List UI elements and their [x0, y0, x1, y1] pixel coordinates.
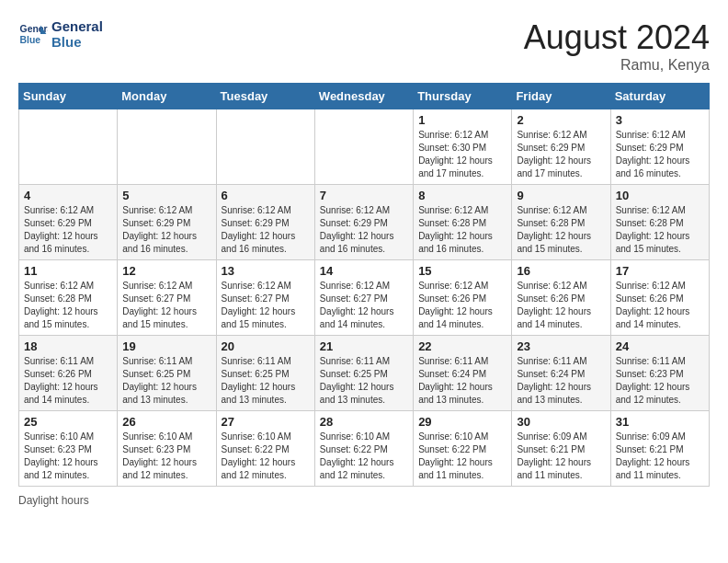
table-cell: 28Sunrise: 6:10 AM Sunset: 6:22 PM Dayli…: [314, 411, 413, 487]
table-cell: 3Sunrise: 6:12 AM Sunset: 6:29 PM Daylig…: [610, 109, 709, 185]
day-number: 22: [418, 339, 506, 353]
day-number: 23: [517, 339, 605, 353]
day-number: 31: [616, 415, 704, 429]
day-number: 28: [320, 415, 408, 429]
day-info: Sunrise: 6:12 AM Sunset: 6:26 PM Dayligh…: [418, 280, 506, 331]
table-cell: 1Sunrise: 6:12 AM Sunset: 6:30 PM Daylig…: [414, 109, 512, 185]
day-number: 16: [517, 264, 605, 278]
day-info: Sunrise: 6:12 AM Sunset: 6:27 PM Dayligh…: [122, 280, 210, 331]
table-cell: [216, 109, 314, 185]
table-cell: 26Sunrise: 6:10 AM Sunset: 6:23 PM Dayli…: [118, 411, 216, 487]
col-sunday: Sunday: [19, 84, 118, 109]
day-number: 11: [24, 264, 112, 278]
day-number: 12: [122, 264, 210, 278]
day-info: Sunrise: 6:10 AM Sunset: 6:22 PM Dayligh…: [222, 431, 310, 482]
calendar-table: Sunday Monday Tuesday Wednesday Thursday…: [18, 83, 710, 487]
day-info: Sunrise: 6:12 AM Sunset: 6:26 PM Dayligh…: [517, 280, 605, 331]
table-cell: 17Sunrise: 6:12 AM Sunset: 6:26 PM Dayli…: [610, 260, 709, 336]
week-row-4: 18Sunrise: 6:11 AM Sunset: 6:26 PM Dayli…: [19, 336, 710, 411]
day-info: Sunrise: 6:09 AM Sunset: 6:21 PM Dayligh…: [616, 431, 704, 482]
logo: General Blue General Blue: [18, 18, 103, 50]
col-tuesday: Tuesday: [216, 84, 314, 109]
day-number: 14: [320, 264, 408, 278]
table-cell: [118, 109, 216, 185]
table-cell: 30Sunrise: 6:09 AM Sunset: 6:21 PM Dayli…: [512, 411, 610, 487]
day-info: Sunrise: 6:12 AM Sunset: 6:29 PM Dayligh…: [320, 204, 408, 256]
day-info: Sunrise: 6:11 AM Sunset: 6:26 PM Dayligh…: [24, 355, 112, 407]
day-info: Sunrise: 6:11 AM Sunset: 6:24 PM Dayligh…: [418, 355, 506, 407]
table-cell: [19, 109, 118, 185]
table-cell: 25Sunrise: 6:10 AM Sunset: 6:23 PM Dayli…: [19, 411, 118, 487]
logo-blue: Blue: [51, 34, 103, 50]
table-cell: 10Sunrise: 6:12 AM Sunset: 6:28 PM Dayli…: [610, 185, 709, 260]
day-number: 18: [24, 339, 112, 353]
week-row-5: 25Sunrise: 6:10 AM Sunset: 6:23 PM Dayli…: [19, 411, 710, 487]
table-cell: 20Sunrise: 6:11 AM Sunset: 6:25 PM Dayli…: [216, 336, 314, 411]
table-cell: 14Sunrise: 6:12 AM Sunset: 6:27 PM Dayli…: [314, 260, 413, 336]
table-cell: 15Sunrise: 6:12 AM Sunset: 6:26 PM Dayli…: [414, 260, 512, 336]
day-info: Sunrise: 6:12 AM Sunset: 6:26 PM Dayligh…: [616, 280, 704, 331]
day-info: Sunrise: 6:12 AM Sunset: 6:29 PM Dayligh…: [24, 204, 112, 256]
day-info: Sunrise: 6:12 AM Sunset: 6:29 PM Dayligh…: [222, 204, 310, 256]
table-cell: 31Sunrise: 6:09 AM Sunset: 6:21 PM Dayli…: [610, 411, 709, 487]
table-cell: 23Sunrise: 6:11 AM Sunset: 6:24 PM Dayli…: [512, 336, 610, 411]
day-info: Sunrise: 6:10 AM Sunset: 6:22 PM Dayligh…: [320, 431, 408, 482]
day-number: 4: [24, 189, 112, 202]
day-number: 29: [418, 415, 506, 429]
day-number: 25: [24, 415, 112, 429]
week-row-3: 11Sunrise: 6:12 AM Sunset: 6:28 PM Dayli…: [19, 260, 710, 336]
day-info: Sunrise: 6:10 AM Sunset: 6:23 PM Dayligh…: [24, 431, 112, 482]
day-info: Sunrise: 6:12 AM Sunset: 6:28 PM Dayligh…: [517, 204, 605, 256]
day-info: Sunrise: 6:12 AM Sunset: 6:30 PM Dayligh…: [418, 129, 506, 180]
table-cell: 5Sunrise: 6:12 AM Sunset: 6:29 PM Daylig…: [118, 185, 216, 260]
day-info: Sunrise: 6:10 AM Sunset: 6:22 PM Dayligh…: [418, 431, 506, 482]
week-row-2: 4Sunrise: 6:12 AM Sunset: 6:29 PM Daylig…: [19, 185, 710, 260]
day-number: 20: [222, 339, 310, 353]
table-cell: 8Sunrise: 6:12 AM Sunset: 6:28 PM Daylig…: [414, 185, 512, 260]
day-number: 1: [418, 113, 506, 127]
table-cell: 13Sunrise: 6:12 AM Sunset: 6:27 PM Dayli…: [216, 260, 314, 336]
col-saturday: Saturday: [610, 84, 709, 109]
table-cell: 22Sunrise: 6:11 AM Sunset: 6:24 PM Dayli…: [414, 336, 512, 411]
month-year: August 2024: [524, 18, 710, 57]
day-number: 24: [616, 339, 704, 353]
day-info: Sunrise: 6:11 AM Sunset: 6:25 PM Dayligh…: [122, 355, 210, 407]
day-number: 5: [122, 189, 210, 202]
day-number: 7: [320, 189, 408, 202]
day-info: Sunrise: 6:12 AM Sunset: 6:27 PM Dayligh…: [222, 280, 310, 331]
table-cell: 11Sunrise: 6:12 AM Sunset: 6:28 PM Dayli…: [19, 260, 118, 336]
footer-note: Daylight hours: [18, 494, 710, 507]
day-info: Sunrise: 6:12 AM Sunset: 6:29 PM Dayligh…: [616, 129, 704, 180]
table-cell: 16Sunrise: 6:12 AM Sunset: 6:26 PM Dayli…: [512, 260, 610, 336]
day-info: Sunrise: 6:11 AM Sunset: 6:25 PM Dayligh…: [222, 355, 310, 407]
day-number: 10: [616, 189, 704, 202]
title-area: August 2024 Ramu, Kenya: [524, 18, 710, 74]
table-cell: 24Sunrise: 6:11 AM Sunset: 6:23 PM Dayli…: [610, 336, 709, 411]
day-number: 19: [122, 339, 210, 353]
day-info: Sunrise: 6:11 AM Sunset: 6:23 PM Dayligh…: [616, 355, 704, 407]
col-thursday: Thursday: [414, 84, 512, 109]
day-info: Sunrise: 6:10 AM Sunset: 6:23 PM Dayligh…: [122, 431, 210, 482]
day-info: Sunrise: 6:12 AM Sunset: 6:29 PM Dayligh…: [122, 204, 210, 256]
day-number: 15: [418, 264, 506, 278]
day-number: 9: [517, 189, 605, 202]
day-info: Sunrise: 6:11 AM Sunset: 6:24 PM Dayligh…: [517, 355, 605, 407]
table-cell: 27Sunrise: 6:10 AM Sunset: 6:22 PM Dayli…: [216, 411, 314, 487]
location: Ramu, Kenya: [524, 57, 710, 74]
day-number: 21: [320, 339, 408, 353]
table-cell: 4Sunrise: 6:12 AM Sunset: 6:29 PM Daylig…: [19, 185, 118, 260]
logo-icon: General Blue: [18, 19, 48, 49]
table-cell: 19Sunrise: 6:11 AM Sunset: 6:25 PM Dayli…: [118, 336, 216, 411]
day-number: 17: [616, 264, 704, 278]
col-friday: Friday: [512, 84, 610, 109]
svg-text:Blue: Blue: [20, 35, 41, 45]
day-number: 13: [222, 264, 310, 278]
header: General Blue General Blue August 2024 Ra…: [18, 18, 710, 74]
day-info: Sunrise: 6:12 AM Sunset: 6:28 PM Dayligh…: [418, 204, 506, 256]
day-number: 26: [122, 415, 210, 429]
day-info: Sunrise: 6:09 AM Sunset: 6:21 PM Dayligh…: [517, 431, 605, 482]
table-cell: 29Sunrise: 6:10 AM Sunset: 6:22 PM Dayli…: [414, 411, 512, 487]
day-info: Sunrise: 6:12 AM Sunset: 6:29 PM Dayligh…: [517, 129, 605, 180]
table-cell: 6Sunrise: 6:12 AM Sunset: 6:29 PM Daylig…: [216, 185, 314, 260]
day-number: 6: [222, 189, 310, 202]
